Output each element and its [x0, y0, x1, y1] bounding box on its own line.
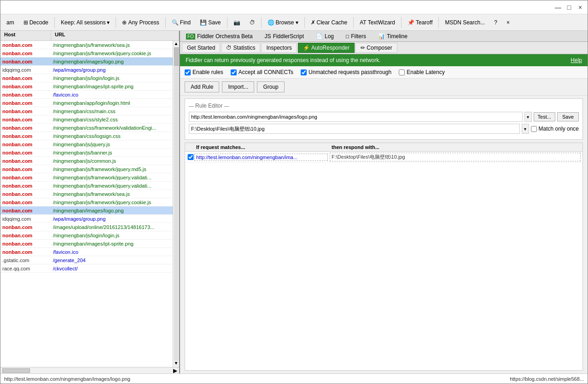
list-item-selected2[interactable]: nonban.com /ningmengban/images/logo.png — [0, 206, 173, 215]
toolbar-keep-sessions[interactable]: Keep: All sessions ▾ — [57, 17, 114, 28]
list-item[interactable]: nonban.com /ningmengban/css/main.css — [0, 107, 173, 115]
list-item[interactable]: nonban.com /favicon.ico — [0, 248, 173, 256]
list-item[interactable]: nonban.com /ningmengban/js/common.js — [0, 157, 173, 165]
tab-filters[interactable]: □ Filters — [340, 31, 372, 41]
col-url-header: URL — [51, 31, 179, 40]
list-item[interactable]: nonban.com /ningmengban/js/framework/jqu… — [0, 198, 173, 206]
list-item[interactable]: nonban.com /ningmengban/css/logsign.css — [0, 132, 173, 140]
h-scroll-thumb[interactable] — [2, 368, 30, 373]
rule-row[interactable]: http://test.lemonban.com/ningmengban/ima… — [185, 152, 582, 163]
list-item[interactable]: nonban.com /ningmengban/css/framework/va… — [0, 124, 173, 132]
list-item-selected[interactable]: nonban.com /ningmengban/images/logo.png — [0, 57, 173, 66]
tab-fiddler-orchestra[interactable]: FO Fiddler Orchestra Beta — [180, 31, 259, 41]
rule-enabled-checkbox[interactable] — [187, 154, 194, 160]
toolbar-tearoff[interactable]: 📌Tearoff — [403, 17, 437, 28]
toolbar-save[interactable]: 💾Save — [196, 17, 225, 28]
tab-composer[interactable]: ✏ Composer — [355, 43, 397, 53]
list-item[interactable]: nonban.com /ningmengban/images/ipt-sprit… — [0, 240, 173, 248]
rules-list[interactable]: If request matches... then respond with.… — [185, 143, 583, 371]
list-item[interactable]: nonban.com /favicon.ico — [0, 91, 173, 99]
rule-match-dropdown[interactable]: ▾ — [524, 112, 532, 122]
tab-statistics[interactable]: ⏱ Statistics — [221, 43, 260, 53]
toolbar-any-process[interactable]: ⊕Any Process — [118, 17, 163, 28]
scroll-track[interactable] — [174, 47, 179, 361]
add-rule-button[interactable]: Add Rule — [185, 81, 219, 92]
log-icon: 📄 — [316, 33, 323, 40]
rule-match-input[interactable] — [189, 112, 523, 122]
list-item[interactable]: nonban.com /ningmengban/js/framework/jqu… — [0, 182, 173, 190]
session-list[interactable]: nonban.com /ningmengban/js/framework/sea… — [0, 41, 173, 367]
window-controls: — □ × — [554, 4, 584, 11]
toolbar-camera[interactable]: 📷 — [229, 17, 245, 28]
scroll-up-arrow[interactable]: ▲ — [174, 41, 179, 47]
toolbar-textwizard[interactable]: ATTextWizard — [355, 17, 399, 28]
unmatched-passthrough-checkbox[interactable]: Unmatched requests passthrough — [301, 69, 391, 75]
toolbar-am[interactable]: am — [2, 17, 18, 28]
toolbar-clear-cache[interactable]: ✗Clear Cache — [307, 17, 352, 28]
horizontal-scrollbar[interactable]: ▶ — [0, 367, 179, 373]
list-item[interactable]: nonban.com /ningmengban/js/login/login.j… — [0, 231, 173, 240]
rules-table-header: If request matches... then respond with.… — [185, 143, 582, 152]
enable-latency-checkbox[interactable]: Enable Latency — [399, 69, 445, 75]
list-item[interactable]: nonban.com /ningmengban/js/framework/sea… — [0, 190, 173, 198]
toolbar-timer[interactable]: ⏱ — [245, 17, 259, 28]
list-item[interactable]: nonban.com /ningmengban/app/login/login.… — [0, 99, 173, 107]
toolbar-find[interactable]: 🔍Find — [168, 17, 195, 28]
decode-icon: ⊞ — [23, 19, 28, 26]
process-icon: ⊕ — [122, 19, 127, 26]
tab-autoresponder[interactable]: ⚡ AutoResponder — [298, 43, 355, 53]
help-link[interactable]: Help — [571, 57, 582, 63]
tab-timeline[interactable]: 📊 Timeline — [372, 31, 413, 41]
rule-match-cell: http://test.lemonban.com/ningmengban/ima… — [194, 154, 328, 161]
list-item[interactable]: nonban.com /ningmengban/css/style2.css — [0, 115, 173, 124]
timer-icon: ⏱ — [250, 19, 255, 26]
list-item[interactable]: idqqimg.com /wpa/images/group.png — [0, 215, 173, 223]
rule-respond-dropdown[interactable]: ▾ — [522, 124, 529, 134]
autoresponder-icon: ⚡ — [303, 45, 310, 51]
scroll-thumb[interactable] — [174, 47, 179, 66]
vertical-scrollbar[interactable]: ▲ ▼ — [173, 41, 179, 367]
toolbar-msdn-search[interactable]: MSDN Search... — [441, 17, 489, 28]
toolbar-close-x[interactable]: × — [502, 17, 514, 28]
tab-get-started[interactable]: Get Started — [182, 43, 220, 53]
list-item[interactable]: race.qq.com /ckvcollect/ — [0, 264, 173, 273]
toolbar-decode[interactable]: ⊞Decode — [19, 17, 52, 28]
save-rule-button[interactable]: Save — [557, 112, 579, 121]
rule-input-row-2: ▾ Match only once — [189, 124, 579, 134]
list-item[interactable]: nonban.com /ningmengban/js/framework/jqu… — [0, 173, 173, 182]
tab-inspectors[interactable]: Inspectors — [261, 43, 297, 53]
list-item[interactable]: nonban.com /ningmengban/js/framework/sea… — [0, 41, 173, 49]
list-item[interactable]: nonban.com /ningmengban/js/banner.js — [0, 149, 173, 157]
list-item[interactable]: .gstatic.com /generate_204 — [0, 256, 173, 264]
rule-respond-input[interactable] — [189, 124, 520, 134]
toolbar-help[interactable]: ? — [490, 17, 501, 28]
minimize-button[interactable]: — — [554, 4, 562, 11]
import-button[interactable]: Import... — [222, 81, 254, 92]
list-item[interactable]: nonban.com /ningmengban/js/framework/jqu… — [0, 165, 173, 173]
list-item[interactable]: nonban.com /images/upload/online/2016121… — [0, 223, 173, 231]
close-button[interactable]: × — [576, 4, 584, 11]
list-item[interactable]: nonban.com /ningmengban/js/framework/jqu… — [0, 49, 173, 57]
main-window: — □ × am ⊞Decode Keep: All sessions ▾ ⊕A… — [0, 0, 588, 384]
separator-8 — [401, 17, 402, 28]
list-item[interactable]: nonban.com /ningmengban/images/ipt-sprit… — [0, 82, 173, 91]
list-item[interactable]: nonban.com /ningmengban/js/jquery.js — [0, 140, 173, 149]
scroll-right-arrow[interactable]: ▶ — [173, 367, 179, 374]
save-icon: 💾 — [200, 19, 207, 26]
tab-log[interactable]: 📄 Log — [310, 31, 340, 41]
separator-6 — [304, 17, 305, 28]
scroll-down-arrow[interactable]: ▼ — [174, 361, 179, 367]
list-item[interactable]: idqqimg.com /wpa/images/group.png — [0, 66, 173, 74]
match-only-once-checkbox[interactable]: Match only once — [531, 126, 579, 132]
accept-all-connects-checkbox[interactable]: Accept all CONNECTs — [231, 69, 293, 75]
textwizard-icon: AT — [360, 19, 366, 26]
toolbar-browse[interactable]: 🌐Browse ▾ — [263, 17, 303, 28]
tab-fiddlerscript[interactable]: JS FiddlerScript — [259, 31, 310, 41]
test-button[interactable]: Test... — [534, 112, 555, 121]
autoresponder-content: Fiddler can return previously generated … — [180, 54, 588, 373]
group-button[interactable]: Group — [257, 81, 284, 92]
separator-3 — [165, 17, 166, 28]
enable-rules-checkbox[interactable]: Enable rules — [185, 69, 223, 75]
maximize-button[interactable]: □ — [565, 4, 573, 11]
list-item[interactable]: nonban.com /ningmengban/js/login/login.j… — [0, 74, 173, 82]
